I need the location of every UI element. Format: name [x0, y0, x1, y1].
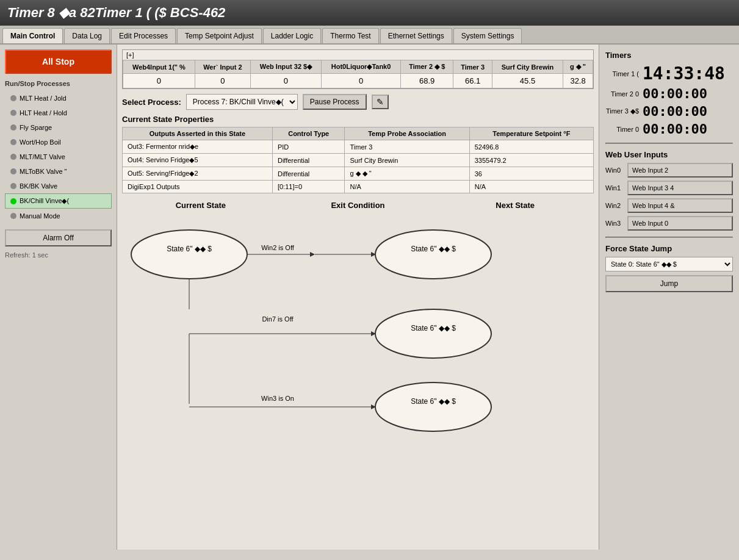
tab-edit-processes[interactable]: Edit Processes: [111, 28, 176, 43]
win-label-1: Win1: [605, 184, 624, 192]
alarm-button[interactable]: Alarm Off: [5, 229, 112, 246]
svg-text:State 6" ◆◆ $: State 6" ◆◆ $: [411, 397, 456, 406]
sp-col-1: Control Type: [272, 127, 345, 140]
tab-system[interactable]: System Settings: [453, 28, 522, 43]
process-item-0[interactable]: MLT Heat / Jold: [5, 91, 112, 106]
sp-control-0: PID: [272, 140, 345, 154]
right-panel: Timers Timer 1 ( 14:33:48 Timer 2 0 00:0…: [599, 45, 739, 550]
win-button-3[interactable]: Web Input 0: [627, 216, 733, 231]
tab-temp-setpoint[interactable]: Temp Setpoint Adjust: [177, 28, 262, 43]
sensor-val-6: 45.5: [492, 74, 563, 88]
sp-control-1: Differential: [272, 154, 345, 167]
sensor-header-3: Hot0Liquor◆Tank0: [322, 60, 401, 74]
sp-control-3: [0:11]=0: [272, 181, 345, 193]
edit-state-button[interactable]: ✎: [372, 95, 389, 109]
header: Timer 8 ◆a 82Timer 1 ( ($ BCS-462: [0, 0, 739, 26]
sp-output-0: Out3: Fermentor nrid◆e: [123, 140, 273, 154]
sensor-bar: [+] Web4Input 1(" % Wer` Input 2 Web Inp…: [122, 49, 594, 89]
timer-value-3: 00:00:00: [643, 121, 707, 137]
sp-output-1: Out4: Servino Fridge◆5: [123, 154, 273, 167]
win-button-1[interactable]: Web Input 3 4: [627, 181, 733, 195]
diagram-header-current: Current State: [122, 201, 279, 210]
all-stop-button[interactable]: All Stop: [5, 49, 112, 74]
sensor-val-1: 0: [195, 74, 250, 88]
process-dot-5: [10, 168, 16, 174]
tab-ladder-logic[interactable]: Ladder Logic: [263, 28, 321, 43]
sensor-bar-toggle[interactable]: [+]: [123, 50, 593, 60]
sp-probe-3: N/A: [345, 181, 469, 193]
select-process-label: Select Process:: [122, 98, 181, 107]
process-dot-2: [10, 124, 16, 131]
force-state-title: Force State Jump: [605, 244, 733, 253]
timer-value-0: 14:33:48: [643, 63, 725, 84]
process-item-4[interactable]: MLT/MLT Valve: [5, 149, 112, 164]
timer-value-2: 00:00:00: [643, 104, 707, 119]
process-list: MLT Heat / Jold HLT Heat / Hold Fly Spar…: [5, 91, 112, 223]
tab-main-control[interactable]: Main Control: [2, 28, 63, 43]
sensor-val-5: 66.1: [453, 74, 492, 88]
sensor-val-4: 68.9: [401, 74, 453, 88]
header-title: Timer 8 ◆a 82Timer 1 ( ($ BCS-462: [7, 5, 225, 20]
jump-button[interactable]: Jump: [605, 275, 733, 292]
sensor-header-4: Timer 2 ◆ $: [401, 60, 453, 74]
sp-setpoint-1: 3355479.2: [469, 154, 593, 167]
process-label-4: MLT/MLT Valve: [20, 153, 65, 160]
timer-label-0: Timer 1 (: [605, 70, 639, 77]
state-props-title: Current State Properties: [122, 115, 594, 124]
timer-row-1: Timer 2 0 00:00:00: [605, 86, 733, 101]
process-item-1[interactable]: HLT Heat / Hold: [5, 106, 112, 120]
timer-label-2: Timer 3 ◆$: [605, 107, 639, 115]
sp-col-0: Outputs Asserted in this State: [123, 127, 273, 140]
sp-col-2: Temp Probe Association: [345, 127, 469, 140]
sp-setpoint-0: 52496.8: [469, 140, 593, 154]
run-stop-title: Run/Stop Processes: [5, 80, 112, 87]
process-label-8: Manual Mode: [20, 212, 60, 220]
process-item-7[interactable]: BK/Chill Vinve◆(: [5, 193, 112, 209]
sp-output-3: DigiExp1 Outputs: [123, 181, 273, 193]
diagram-header-next: Next State: [436, 201, 594, 210]
sp-setpoint-2: 36: [469, 167, 593, 181]
process-item-5[interactable]: MLToBK Valve ": [5, 164, 112, 179]
process-dot-1: [10, 110, 16, 116]
svg-text:State 6" ◆◆ $: State 6" ◆◆ $: [411, 245, 456, 253]
process-select[interactable]: Process 7: BK/Chill Vinve◆(: [186, 94, 298, 110]
process-item-6[interactable]: BK/BK Valve: [5, 179, 112, 193]
force-state-select[interactable]: State 0: State 6" ◆◆ $: [605, 257, 733, 271]
sensor-table: Web4Input 1(" % Wer` Input 2 Web Input 3…: [123, 60, 593, 88]
sidebar: All Stop Run/Stop Processes MLT Heat / J…: [0, 45, 117, 550]
process-dot-4: [10, 154, 16, 160]
tab-data-log[interactable]: Data Log: [64, 28, 110, 43]
sensor-val-0: 0: [123, 74, 195, 88]
process-dot-7: [10, 198, 16, 204]
process-dot-6: [10, 183, 16, 189]
sp-control-2: Differential: [272, 167, 345, 181]
process-label-2: Fly Sparge: [20, 124, 52, 131]
win-button-2[interactable]: Web Input 4 &: [627, 198, 733, 213]
web-input-row-1: Win1 Web Input 3 4: [605, 181, 733, 195]
sp-setpoint-3: N/A: [469, 181, 593, 193]
timer-label-1: Timer 2 0: [605, 90, 639, 98]
process-item-2[interactable]: Fly Sparge: [5, 120, 112, 135]
svg-point-19: [375, 382, 491, 431]
svg-point-13: [375, 309, 491, 358]
timer-row-3: Timer 0 00:00:00: [605, 121, 733, 137]
svg-text:Din7 is Off: Din7 is Off: [262, 315, 294, 323]
process-item-8[interactable]: Manual Mode: [5, 209, 112, 223]
refresh-label: Refresh: 1 sec: [5, 251, 112, 259]
sensor-val-2: 0: [250, 74, 321, 88]
diagram-headers: Current State Exit Condition Next State: [122, 201, 594, 210]
timers-title: Timers: [605, 51, 733, 60]
diagram-header-exit: Exit Condition: [279, 201, 437, 210]
win-button-0[interactable]: Web Input 2: [627, 163, 733, 178]
process-item-3[interactable]: Wort/Hop Boil: [5, 135, 112, 149]
pause-process-button[interactable]: Pause Process: [303, 94, 367, 110]
web-input-row-0: Win0 Web Input 2: [605, 163, 733, 178]
svg-text:Win3 is On: Win3 is On: [261, 395, 294, 402]
tab-ethernet[interactable]: Ethernet Settings: [380, 28, 452, 43]
sensor-header-7: g ◆ ": [563, 60, 593, 74]
sp-probe-2: g ◆ ◆ ": [345, 167, 469, 181]
sensor-val-3: 0: [322, 74, 401, 88]
process-dot-3: [10, 139, 16, 145]
timer-value-1: 00:00:00: [643, 86, 707, 101]
tab-thermo-test[interactable]: Thermo Test: [322, 28, 378, 43]
